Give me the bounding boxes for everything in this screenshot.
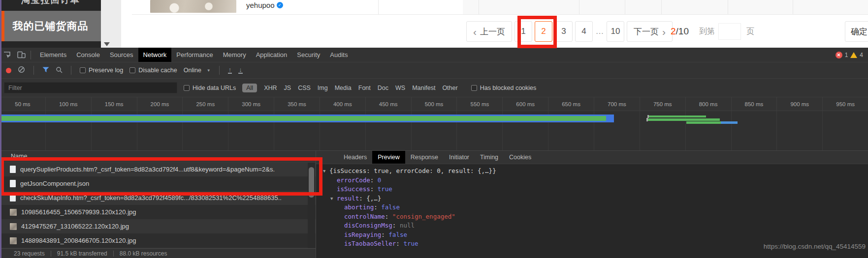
resource-type-filter[interactable]: JS: [284, 85, 291, 91]
devtools-tab[interactable]: Security: [292, 48, 325, 62]
error-icon[interactable]: ✕: [836, 52, 842, 58]
hide-data-urls-checkbox[interactable]: [184, 85, 190, 91]
timeline-tick: 150 ms: [92, 97, 137, 111]
request-row[interactable]: 10985616455_1506579939.120x120.jpg: [0, 205, 316, 219]
request-count: 23 requests: [14, 250, 45, 257]
timeline-tick: 350 ms: [274, 97, 320, 111]
expand-arrow-icon[interactable]: ▼: [323, 167, 329, 176]
annotation-box-page2: [517, 16, 557, 48]
resource-type-filter[interactable]: Doc: [378, 85, 388, 91]
resource-type-filter[interactable]: All: [242, 84, 257, 92]
sidebar-item-pull-orders[interactable]: 淘宝拉回订单: [0, 0, 101, 6]
detail-tab[interactable]: Preview: [372, 151, 405, 164]
page-number-button[interactable]: …: [595, 21, 604, 42]
timeline-tick: 600 ms: [503, 97, 548, 111]
request-row[interactable]: 14889843891_2008466705.120x120.jpg: [0, 233, 316, 248]
resource-type-filter[interactable]: Manifest: [412, 85, 435, 91]
clear-icon[interactable]: [18, 66, 25, 75]
expand-arrow-icon[interactable]: ▼: [330, 194, 337, 203]
next-page-button[interactable]: 下一页 ›: [627, 21, 673, 42]
chevron-down-icon: ▼: [207, 68, 211, 73]
json-line[interactable]: ▼result: {,…}: [316, 194, 868, 203]
filter-input[interactable]: [4, 82, 177, 93]
timeline-tick: 450 ms: [366, 97, 412, 111]
request-row[interactable]: 4129475267_131065222.120x120.jpg: [0, 219, 316, 233]
devtools-tab[interactable]: Audits: [325, 48, 353, 62]
chevron-down-icon[interactable]: [104, 42, 110, 46]
json-line[interactable]: ▼controlName: "consign_engaged": [316, 212, 868, 222]
timeline-tick: 50 ms: [0, 97, 46, 111]
resource-type-filter[interactable]: CSS: [298, 85, 311, 91]
request-name: 10985616455_1506579939.120x120.jpg: [21, 208, 136, 216]
timeline-tick: 900 ms: [777, 97, 823, 111]
network-overview[interactable]: [0, 111, 868, 151]
json-line[interactable]: ▼{isSuccess: true, errorCode: 0, result:…: [316, 167, 868, 176]
timeline-tick: 250 ms: [183, 97, 228, 111]
inspect-element-icon[interactable]: [3, 51, 11, 59]
devtools-tab[interactable]: Application: [251, 48, 292, 62]
devtools-tab[interactable]: Performance: [171, 48, 218, 62]
throttling-dropdown[interactable]: Online ▼: [184, 67, 211, 74]
network-filterbar: Hide data URLs AllXHRJSCSSImgMediaFontDo…: [0, 79, 868, 97]
timeline-tick: 100 ms: [46, 97, 92, 111]
divider: [33, 66, 34, 75]
devtools-tab[interactable]: Network: [138, 48, 172, 62]
json-line[interactable]: ▼disConsignMsg: null: [316, 221, 868, 230]
devtools-tab[interactable]: Elements: [35, 48, 71, 62]
resource-type-filter[interactable]: Img: [318, 85, 328, 91]
resource-type-filter[interactable]: XHR: [264, 85, 277, 91]
detail-tab[interactable]: Headers: [338, 151, 372, 164]
disable-cache-checkbox[interactable]: [129, 67, 135, 73]
warning-count: 4: [860, 52, 863, 58]
hide-data-urls-option: Hide data URLs: [184, 85, 236, 91]
table-column-divider: [728, 0, 728, 14]
screenshot-root: 淘宝拉回订单 我的已铺货商品 yehupoo ✓ ‹ 上一页 1234…10 下…: [0, 0, 868, 258]
devtools-tabbar: ElementsConsoleSourcesNetworkPerformance…: [0, 48, 868, 62]
confirm-button[interactable]: 确定: [845, 21, 868, 42]
detail-tab[interactable]: Timing: [475, 151, 504, 164]
filter-icon[interactable]: [42, 67, 49, 74]
network-toolbar: Preserve log Disable cache Online ▼ ↑ ↓: [0, 62, 868, 79]
sidebar-item-my-listed-products[interactable]: 我的已铺货商品: [0, 11, 101, 41]
json-line[interactable]: ▼isRepaying: false: [316, 230, 868, 240]
devtools-tab[interactable]: Console: [71, 48, 105, 62]
device-toolbar-icon[interactable]: [17, 51, 26, 58]
devtools-tab[interactable]: Memory: [218, 48, 251, 62]
prev-page-button[interactable]: ‹ 上一页: [466, 21, 512, 42]
devtools-tab[interactable]: Sources: [105, 48, 138, 62]
search-icon[interactable]: [56, 66, 63, 75]
overview-bar-main-green: [1, 116, 606, 121]
seller-name: yehupoo ✓: [246, 1, 283, 9]
json-line[interactable]: ▼isSuccess: true: [316, 185, 868, 194]
warning-icon[interactable]: [850, 52, 857, 58]
json-line[interactable]: ▼errorCode: 0: [316, 176, 868, 185]
table-row-background: [463, 0, 868, 14]
product-thumbnail: [150, 0, 236, 13]
request-name: 14889843891_2008466705.120x120.jpg: [21, 237, 136, 244]
detail-tab[interactable]: Initiator: [444, 151, 475, 164]
page-number-button[interactable]: 4: [575, 21, 593, 42]
goto-page-input[interactable]: [718, 23, 741, 40]
resource-type-filter[interactable]: Media: [335, 85, 352, 91]
record-icon[interactable]: [6, 68, 11, 73]
export-har-icon[interactable]: ↓: [238, 67, 243, 74]
blocked-cookies-checkbox[interactable]: [471, 85, 477, 91]
resource-type-filter[interactable]: WS: [395, 85, 405, 91]
page-ratio: 2/10: [671, 21, 689, 42]
preserve-log-checkbox[interactable]: [80, 67, 86, 73]
detail-tab[interactable]: Cookies: [504, 151, 537, 164]
transferred-size: 91.5 kB transferred: [57, 250, 107, 257]
timeline-tick: 750 ms: [640, 97, 686, 111]
page-number-button[interactable]: 10: [607, 21, 624, 42]
detail-tab[interactable]: Response: [405, 151, 444, 164]
page-scroll-strip[interactable]: [101, 0, 121, 48]
resource-type-filters: AllXHRJSCSSImgMediaFontDocWSManifestOthe…: [242, 84, 457, 92]
resource-type-filter[interactable]: Other: [442, 85, 457, 91]
timeline-tick: 800 ms: [686, 97, 732, 111]
overview-bar-small: [649, 115, 706, 117]
json-line[interactable]: ▼aborting: false: [316, 203, 868, 212]
page-number-button[interactable]: 3: [555, 21, 573, 42]
import-har-icon[interactable]: ↑: [228, 67, 232, 74]
resource-type-filter[interactable]: Font: [358, 85, 371, 91]
table-column-divider: [625, 0, 625, 14]
